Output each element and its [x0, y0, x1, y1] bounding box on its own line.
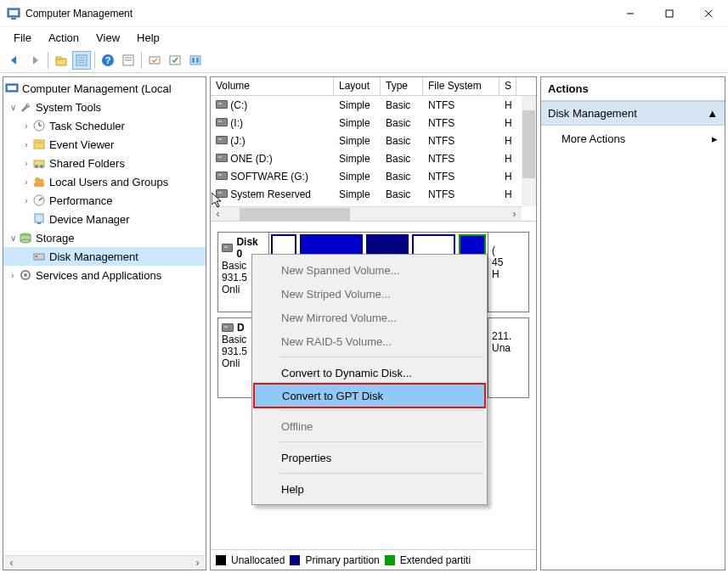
- ctx-separator: [279, 441, 483, 442]
- volume-row[interactable]: ONE (D:)SimpleBasicNTFSH: [211, 149, 536, 167]
- expand-toggle[interactable]: ∨: [7, 233, 19, 243]
- drive-icon: [216, 189, 228, 198]
- maximize-button[interactable]: [650, 0, 689, 26]
- actions-pane: Actions Disk Management ▲ More Actions ▸: [540, 76, 725, 570]
- col-layout[interactable]: Layout: [334, 77, 381, 95]
- ctx-new-raid5[interactable]: New RAID-5 Volume...: [254, 329, 485, 353]
- volume-row[interactable]: System ReservedSimpleBasicNTFSH: [211, 185, 536, 203]
- wrench-icon: [19, 100, 32, 114]
- performance-icon: [32, 194, 46, 207]
- tree-event-viewer[interactable]: › Event Viewer: [3, 135, 206, 154]
- close-button[interactable]: [689, 0, 728, 26]
- forward-button[interactable]: [25, 51, 44, 70]
- tree-label: Services and Applications: [36, 269, 161, 282]
- col-status[interactable]: S: [499, 77, 516, 95]
- expand-toggle[interactable]: ›: [20, 159, 32, 168]
- svg-rect-20: [190, 56, 200, 65]
- expand-toggle[interactable]: ›: [20, 140, 32, 149]
- left-pane-scrollbar[interactable]: ‹›: [4, 555, 205, 570]
- svg-rect-8: [56, 57, 61, 59]
- svg-rect-4: [666, 10, 673, 17]
- menu-file[interactable]: File: [7, 30, 38, 46]
- menu-view[interactable]: View: [89, 30, 127, 46]
- services-icon: [19, 268, 32, 282]
- volume-row[interactable]: (C:)SimpleBasicNTFSH: [211, 96, 536, 114]
- toolbar-separator: [94, 52, 95, 69]
- ctx-convert-dynamic[interactable]: Convert to Dynamic Disk...: [254, 361, 485, 385]
- help-button[interactable]: ?: [99, 51, 117, 70]
- up-button[interactable]: [52, 51, 71, 70]
- ctx-new-striped[interactable]: New Striped Volume...: [254, 282, 485, 306]
- svg-text:?: ?: [105, 55, 111, 65]
- expand-toggle[interactable]: ›: [20, 177, 32, 187]
- tree-performance[interactable]: › Performance: [3, 191, 206, 210]
- volume-list[interactable]: Volume Layout Type File System S (C:)Sim…: [211, 77, 536, 222]
- svg-rect-37: [35, 214, 43, 222]
- col-type[interactable]: Type: [381, 77, 423, 95]
- svg-point-31: [35, 165, 38, 168]
- legend-swatch-extended: [385, 555, 395, 565]
- context-menu[interactable]: New Spanned Volume... New Striped Volume…: [251, 254, 488, 505]
- actions-section-label: Disk Management: [548, 107, 637, 120]
- back-button[interactable]: [5, 51, 24, 70]
- svg-point-41: [20, 239, 31, 243]
- tool-3[interactable]: [186, 51, 205, 70]
- svg-rect-35: [34, 183, 44, 187]
- menu-bar: File Action View Help: [0, 27, 728, 48]
- properties-button[interactable]: [72, 51, 91, 70]
- volume-list-header[interactable]: Volume Layout Type File System S: [211, 77, 536, 96]
- legend-primary: Primary partition: [305, 554, 379, 566]
- col-volume[interactable]: Volume: [211, 77, 334, 95]
- tree-shared-folders[interactable]: › Shared Folders: [3, 154, 206, 172]
- tree-label: Performance: [49, 194, 112, 207]
- legend: Unallocated Primary partition Extended p…: [211, 549, 536, 570]
- menu-help[interactable]: Help: [130, 30, 166, 46]
- disk-name: D: [237, 322, 245, 334]
- tool-2[interactable]: [166, 51, 184, 70]
- volume-row[interactable]: (J:)SimpleBasicNTFSH: [211, 132, 536, 149]
- menu-action[interactable]: Action: [42, 30, 86, 46]
- tree-root[interactable]: Computer Management (Local: [3, 79, 206, 98]
- computer-mgmt-icon: [5, 81, 19, 95]
- tree-disk-management[interactable]: Disk Management: [3, 247, 206, 266]
- tool-1[interactable]: [145, 51, 164, 70]
- minimize-button[interactable]: [611, 0, 650, 26]
- tree-label: Disk Management: [49, 250, 138, 263]
- ctx-new-mirrored[interactable]: New Mirrored Volume...: [254, 306, 485, 329]
- tree-services[interactable]: › Services and Applications: [3, 266, 206, 284]
- ctx-properties[interactable]: Properties: [254, 446, 485, 469]
- ctx-new-spanned[interactable]: New Spanned Volume...: [254, 258, 485, 282]
- title-bar: Computer Management: [0, 0, 728, 27]
- tree-system-tools[interactable]: ∨ System Tools: [3, 98, 206, 116]
- col-filesystem[interactable]: File System: [423, 77, 499, 95]
- console-tree[interactable]: Computer Management (Local ∨ System Tool…: [3, 77, 206, 284]
- tree-device-manager[interactable]: Device Manager: [3, 210, 206, 228]
- tree-local-users[interactable]: › Local Users and Groups: [3, 172, 206, 191]
- expand-toggle[interactable]: ›: [7, 271, 19, 280]
- drive-icon: [222, 323, 234, 332]
- ctx-help[interactable]: Help: [254, 477, 485, 501]
- tree-label: Event Viewer: [49, 138, 114, 151]
- expand-toggle[interactable]: ›: [20, 196, 32, 205]
- actions-section-disk-management[interactable]: Disk Management ▲: [541, 101, 725, 126]
- drive-icon: [216, 171, 228, 180]
- ctx-offline[interactable]: Offline: [254, 414, 485, 438]
- tree-label: Device Manager: [49, 213, 130, 226]
- svg-point-33: [35, 177, 40, 183]
- volume-hscrollbar[interactable]: ‹›: [211, 206, 522, 221]
- tree-storage[interactable]: ∨ Storage: [3, 228, 206, 247]
- details-button[interactable]: [119, 51, 138, 70]
- disk-right-info: ( 45 H: [488, 233, 528, 312]
- ctx-separator: [279, 357, 483, 357]
- tree-task-scheduler[interactable]: › Task Scheduler: [3, 116, 206, 135]
- expand-toggle[interactable]: ›: [20, 121, 32, 131]
- folder-share-icon: [32, 156, 46, 170]
- actions-more-actions[interactable]: More Actions ▸: [541, 126, 725, 152]
- volume-row[interactable]: SOFTWARE (G:)SimpleBasicNTFSH: [211, 167, 536, 185]
- actions-header: Actions: [541, 77, 725, 101]
- expand-toggle[interactable]: ∨: [7, 103, 19, 112]
- volume-row[interactable]: (I:)SimpleBasicNTFSH: [211, 114, 536, 132]
- volume-vscrollbar[interactable]: [522, 96, 536, 206]
- ctx-convert-gpt[interactable]: Convert to GPT Disk: [254, 384, 485, 407]
- storage-icon: [19, 231, 32, 244]
